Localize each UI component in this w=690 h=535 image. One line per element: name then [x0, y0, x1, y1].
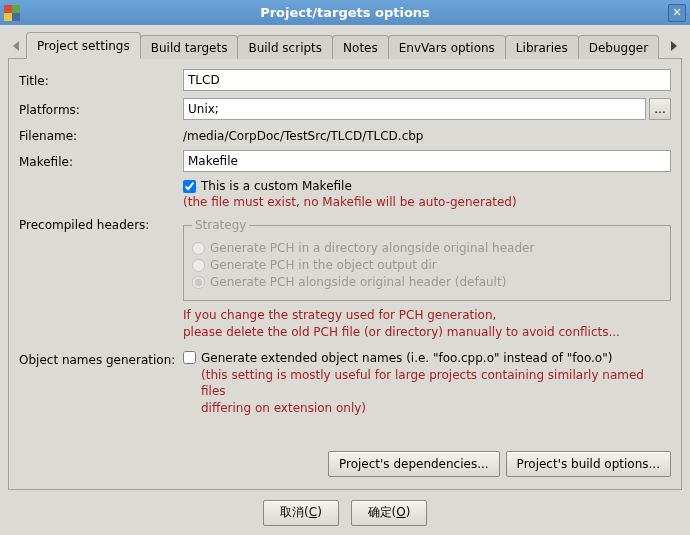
- tab-build-targets[interactable]: Build targets: [140, 35, 239, 59]
- pch-option-label: Generate PCH alongside original header (…: [210, 275, 506, 289]
- tab-label: Notes: [343, 41, 378, 55]
- custom-makefile-note: (the file must exist, no Makefile will b…: [183, 195, 671, 209]
- tab-build-scripts[interactable]: Build scripts: [237, 35, 333, 59]
- close-icon[interactable]: ✕: [668, 4, 686, 22]
- app-icon: [4, 5, 20, 21]
- pch-warning: If you change the strategy used for PCH …: [183, 307, 671, 341]
- title-label: Title:: [19, 72, 183, 88]
- makefile-label: Makefile:: [19, 153, 183, 169]
- title-input[interactable]: [183, 69, 671, 91]
- obj-names-label: Object names generation:: [19, 351, 183, 367]
- pch-option-default: [192, 276, 205, 289]
- pch-option-label: Generate PCH in a directory alongside or…: [210, 241, 534, 255]
- tab-label: Build scripts: [248, 41, 322, 55]
- obj-names-note: (this setting is mostly useful for large…: [201, 367, 671, 417]
- project-settings-panel: Title: Platforms: ... Filename: /media/C…: [8, 59, 682, 490]
- pch-option-alongside-dir: [192, 242, 205, 255]
- makefile-input[interactable]: [183, 150, 671, 172]
- tab-envvars[interactable]: EnvVars options: [388, 35, 506, 59]
- filename-label: Filename:: [19, 127, 183, 143]
- platforms-label: Platforms:: [19, 101, 183, 117]
- project-build-options-button[interactable]: Project's build options...: [506, 451, 671, 477]
- tabbar: Project settings Build targets Build scr…: [8, 31, 682, 59]
- extended-obj-names-checkbox[interactable]: [183, 351, 196, 364]
- pch-strategy-group: Strategy Generate PCH in a directory alo…: [183, 218, 671, 301]
- titlebar: Project/targets options ✕: [0, 0, 690, 25]
- tab-label: Build targets: [151, 41, 228, 55]
- tab-scroll-left-icon[interactable]: [8, 34, 26, 58]
- platforms-browse-button[interactable]: ...: [649, 98, 671, 120]
- platforms-input[interactable]: [183, 98, 646, 120]
- ok-button[interactable]: 确定(O): [351, 500, 427, 526]
- pch-option-label: Generate PCH in the object output dir: [210, 258, 437, 272]
- tab-project-settings[interactable]: Project settings: [26, 32, 141, 59]
- filename-value: /media/CorpDoc/TestSrc/TLCD/TLCD.cbp: [183, 127, 671, 143]
- pch-legend: Strategy: [192, 218, 249, 232]
- tab-label: EnvVars options: [399, 41, 495, 55]
- tab-debugger[interactable]: Debugger: [578, 35, 659, 59]
- project-dependencies-button[interactable]: Project's dependencies...: [328, 451, 500, 477]
- tab-notes[interactable]: Notes: [332, 35, 389, 59]
- tab-label: Debugger: [589, 41, 648, 55]
- pch-option-object-dir: [192, 259, 205, 272]
- window-title: Project/targets options: [260, 5, 430, 20]
- custom-makefile-checkbox[interactable]: [183, 180, 196, 193]
- tab-scroll-right-icon[interactable]: [664, 34, 682, 58]
- tab-label: Project settings: [37, 39, 130, 53]
- tab-libraries[interactable]: Libraries: [505, 35, 579, 59]
- extended-obj-names-label: Generate extended object names (i.e. "fo…: [201, 351, 612, 365]
- tab-label: Libraries: [516, 41, 568, 55]
- pch-label: Precompiled headers:: [19, 216, 183, 232]
- custom-makefile-label: This is a custom Makefile: [201, 179, 352, 193]
- cancel-button[interactable]: 取消(C): [263, 500, 339, 526]
